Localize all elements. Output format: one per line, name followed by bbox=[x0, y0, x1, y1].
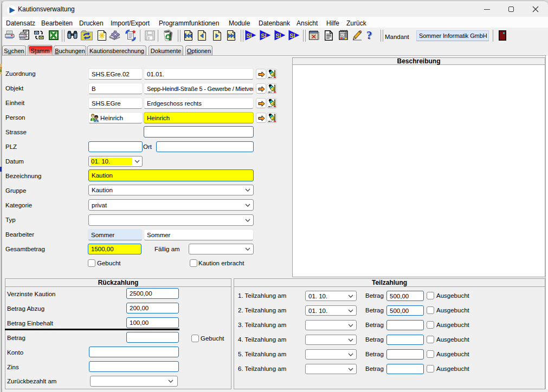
svg-text:SI: SI bbox=[246, 32, 252, 39]
svg-text:SI: SI bbox=[261, 32, 266, 39]
svg-text:SI: SI bbox=[275, 32, 281, 39]
svg-text:SI: SI bbox=[289, 32, 295, 39]
svg-text:?: ? bbox=[366, 30, 372, 41]
